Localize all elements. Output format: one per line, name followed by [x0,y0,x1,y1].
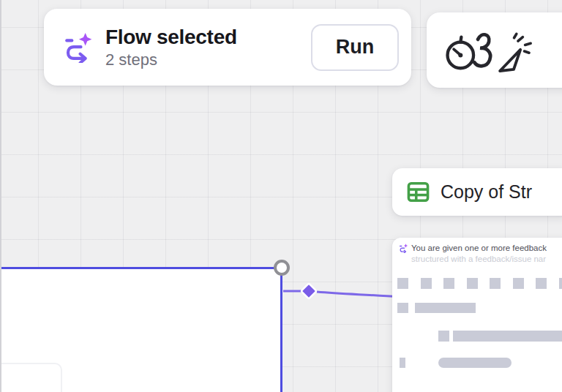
step-header: You are given one or more feedback struc… [399,243,547,265]
placeholder-bar [415,303,476,313]
flow-icon [399,244,408,253]
edge-diamond-handle [301,283,316,298]
run-button[interactable]: Run [311,24,399,71]
placeholder-tick [400,358,405,368]
step-node-card[interactable]: You are given one or more feedback struc… [392,238,562,392]
flow-node-inner-content [0,363,62,392]
selection-toolbar: Flow selected 2 steps Run [44,9,411,86]
node-connection-handle[interactable] [274,260,290,276]
step-prompt-text: You are given one or more feedback [411,243,547,254]
selection-step-count: 2 steps [105,50,237,69]
flow-icon [63,32,94,63]
placeholder-square [438,331,449,342]
table-icon [406,180,430,204]
table-card-title: Copy of Str [441,181,532,203]
step-prompt-text-faded: structured with a feedback/issue nar [411,254,547,265]
table-node-card[interactable]: Copy of Str [392,168,562,216]
placeholder-pill [438,358,512,368]
canvas-left-edge [0,0,1,392]
flow-node-selected[interactable] [0,267,282,392]
placeholder-row-squares [397,278,562,289]
stopwatch-3-popper-doodle-icon [437,20,539,80]
placeholder-bar [453,331,562,342]
selection-title: Flow selected [105,25,237,50]
flow-canvas[interactable]: { "selection_toolbar": { "title": "Flow … [0,0,562,392]
placeholder-square [397,303,408,313]
doodle-card[interactable] [427,12,562,88]
